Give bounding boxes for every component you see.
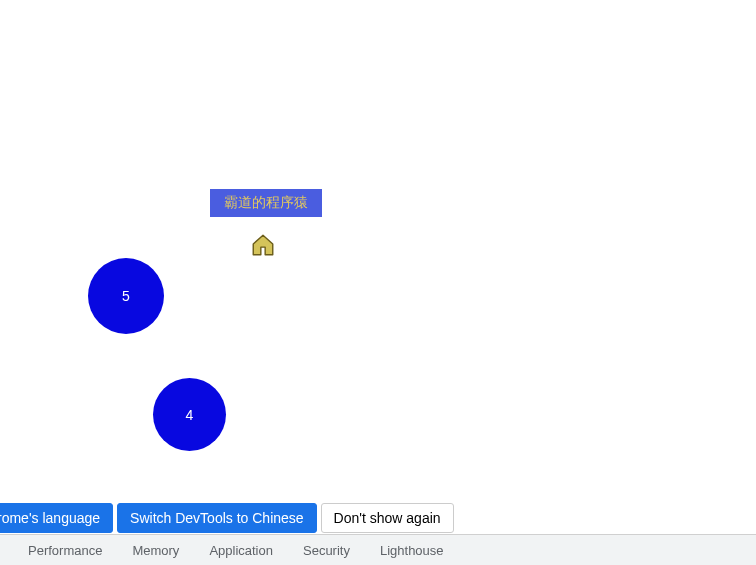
tab-application[interactable]: Application: [209, 543, 273, 558]
devtools-tab-bar: Performance Memory Application Security …: [0, 534, 756, 565]
tab-lighthouse[interactable]: Lighthouse: [380, 543, 444, 558]
switch-devtools-chinese-button[interactable]: Switch DevTools to Chinese: [117, 503, 317, 533]
dont-show-again-button[interactable]: Don't show again: [321, 503, 454, 533]
house-icon: [250, 232, 276, 258]
visualization-canvas: 霸道的程序猿 5 4: [0, 0, 756, 500]
tab-security[interactable]: Security: [303, 543, 350, 558]
caption-label: 霸道的程序猿: [210, 189, 322, 217]
match-chrome-language-button[interactable]: rome's language: [0, 503, 113, 533]
tab-memory[interactable]: Memory: [132, 543, 179, 558]
data-node-5[interactable]: 5: [88, 258, 164, 334]
devtools-language-notice: rome's language Switch DevTools to Chine…: [0, 503, 454, 533]
data-node-4[interactable]: 4: [153, 378, 226, 451]
tab-performance[interactable]: Performance: [28, 543, 102, 558]
